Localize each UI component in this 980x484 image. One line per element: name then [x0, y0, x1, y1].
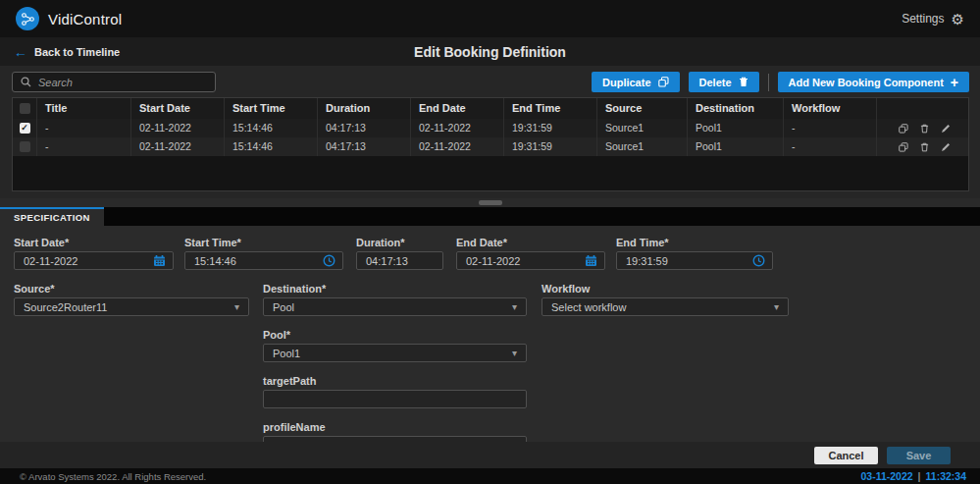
duplicate-button[interactable]: Duplicate [592, 72, 680, 92]
col-source: Source [597, 98, 688, 119]
booking-list-section: Duplicate Delete Add New Booking Compone… [0, 66, 980, 198]
footer-date: 03-11-2022 [860, 470, 912, 482]
form-action-bar: Cancel Save [0, 442, 980, 468]
copy-row-icon[interactable] [899, 124, 908, 134]
top-bar: VidiControl Settings ⚙ [0, 0, 980, 37]
back-link-label: Back to Timeline [34, 46, 120, 58]
cell-destination: Pool1 [688, 119, 784, 137]
cell-title: - [37, 119, 131, 137]
source-dropdown[interactable]: Source2Router11 ▾ [14, 297, 249, 316]
footer-separator: | [918, 470, 921, 482]
copyright-text: © Arvato Systems 2022. All Rights Reserv… [20, 471, 206, 482]
end-date-label: End Date* [456, 237, 507, 248]
cell-start-date: 02-11-2022 [131, 137, 225, 156]
app-name: VidiControl [48, 11, 122, 27]
search-input[interactable] [38, 77, 207, 88]
start-date-field-wrap [14, 251, 174, 270]
col-start-date: Start Date [131, 98, 225, 119]
chevron-down-icon: ▾ [774, 301, 779, 312]
select-all-checkbox[interactable]: ✓ [20, 103, 30, 114]
row-actions [877, 137, 968, 156]
cell-start-time: 15:14:46 [225, 119, 318, 137]
trash-icon [739, 77, 748, 87]
settings-label: Settings [902, 12, 944, 26]
end-time-label: End Time* [616, 237, 669, 248]
clock-icon[interactable] [752, 254, 772, 267]
cell-title: - [37, 137, 131, 156]
cancel-button[interactable]: Cancel [814, 447, 878, 464]
settings-button[interactable]: Settings ⚙ [902, 12, 964, 27]
table-row[interactable]: ✓ - 02-11-2022 15:14:46 04:17:13 02-11-2… [13, 119, 968, 137]
col-duration: Duration [318, 98, 411, 119]
tab-specification[interactable]: SPECIFICATION [0, 207, 104, 226]
toolbar-buttons: Duplicate Delete Add New Booking Compone… [592, 72, 969, 92]
col-actions [877, 98, 968, 119]
end-time-field[interactable] [617, 255, 752, 267]
start-time-field[interactable] [185, 255, 323, 267]
app-window: VidiControl Settings ⚙ Edit Booking Defi… [0, 0, 980, 484]
row-checkbox[interactable]: ✓ [20, 123, 30, 134]
start-date-label: Start Date* [14, 237, 69, 248]
target-path-field[interactable] [264, 394, 526, 405]
row-checkbox[interactable]: ✓ [20, 141, 30, 152]
destination-dropdown[interactable]: Pool ▾ [263, 297, 527, 316]
add-new-booking-component-button[interactable]: Add New Booking Component + [778, 72, 969, 92]
calendar-icon[interactable] [153, 254, 173, 267]
col-destination: Destination [688, 98, 784, 119]
start-time-field-wrap [184, 251, 343, 270]
col-title: Title [37, 98, 131, 119]
duplicate-button-label: Duplicate [602, 77, 651, 88]
target-path-field-wrap [263, 390, 527, 408]
delete-button-label: Delete [699, 77, 732, 88]
col-workflow: Workflow [784, 98, 877, 119]
splitter-handle[interactable] [479, 200, 502, 205]
cell-duration: 04:17:13 [318, 119, 411, 137]
gear-icon: ⚙ [952, 12, 964, 27]
copy-row-icon[interactable] [899, 142, 908, 152]
footer: © Arvato Systems 2022. All Rights Reserv… [0, 468, 980, 484]
col-end-time: End Time [504, 98, 597, 119]
col-end-date: End Date [411, 98, 504, 119]
booking-components-table: ✓ Title Start Date Start Time Duration E… [12, 97, 969, 191]
delete-row-icon[interactable] [920, 124, 929, 134]
panel-splitter [0, 198, 980, 207]
calendar-icon[interactable] [585, 254, 604, 267]
cell-workflow: - [784, 119, 877, 137]
app-logo: VidiControl [16, 7, 122, 30]
back-to-timeline-link[interactable]: ← Back to Timeline [14, 45, 120, 59]
source-dropdown-value: Source2Router11 [24, 301, 234, 313]
toolbar-separator [768, 74, 769, 91]
cell-end-date: 02-11-2022 [411, 137, 504, 156]
edit-row-icon[interactable] [941, 124, 951, 134]
add-button-label: Add New Booking Component [789, 77, 944, 88]
clock-icon[interactable] [323, 254, 342, 267]
workflow-label: Workflow [542, 283, 590, 295]
back-arrow-icon: ← [14, 45, 27, 59]
duration-label: Duration* [356, 237, 405, 248]
save-button[interactable]: Save [887, 447, 951, 464]
table-empty-area [13, 156, 968, 190]
page-title: Edit Booking Definition [0, 44, 980, 60]
workflow-dropdown[interactable]: Select workflow ▾ [542, 297, 789, 316]
delete-row-icon[interactable] [920, 142, 929, 152]
row-actions [877, 119, 968, 137]
cell-start-date: 02-11-2022 [131, 119, 225, 137]
end-date-field-wrap [456, 251, 605, 270]
workflow-dropdown-value: Select workflow [551, 301, 774, 313]
target-path-label: targetPath [263, 375, 316, 387]
cell-start-time: 15:14:46 [225, 137, 318, 156]
duration-field[interactable] [357, 255, 442, 267]
pool-dropdown[interactable]: Pool1 ▾ [263, 344, 527, 362]
table-row[interactable]: ✓ - 02-11-2022 15:14:46 04:17:13 02-11-2… [13, 137, 968, 156]
cell-source: Source1 [597, 137, 688, 156]
vidicontrol-logo-icon [16, 7, 39, 30]
duplicate-icon [658, 77, 669, 87]
edit-row-icon[interactable] [941, 142, 951, 152]
delete-button[interactable]: Delete [689, 72, 759, 92]
chevron-down-icon: ▾ [512, 301, 517, 312]
cell-destination: Pool1 [688, 137, 784, 156]
start-date-field[interactable] [15, 255, 153, 267]
plus-icon: + [951, 76, 958, 89]
end-date-field[interactable] [457, 255, 585, 267]
footer-datetime: 03-11-2022 | 11:32:34 [860, 470, 966, 482]
